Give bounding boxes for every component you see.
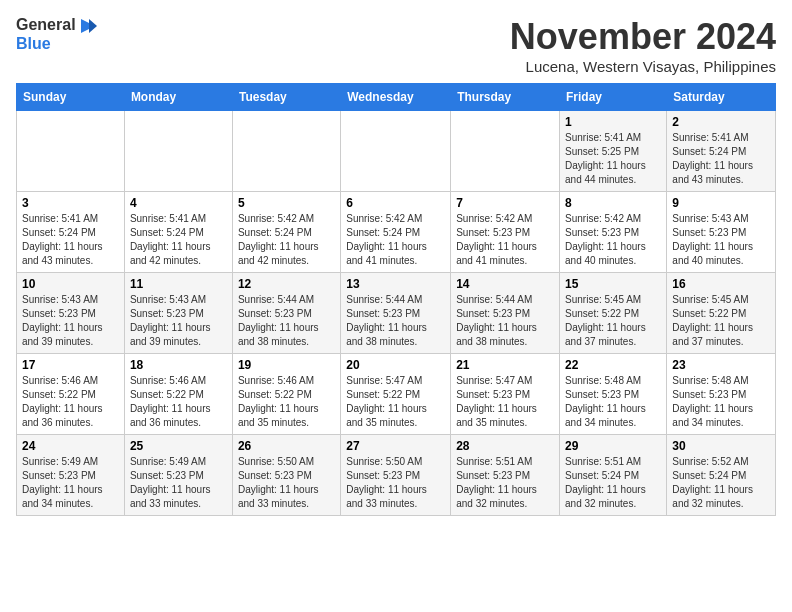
day-number: 3 [22, 196, 119, 210]
calendar-cell: 19Sunrise: 5:46 AM Sunset: 5:22 PM Dayli… [232, 354, 340, 435]
calendar-cell: 22Sunrise: 5:48 AM Sunset: 5:23 PM Dayli… [560, 354, 667, 435]
day-number: 11 [130, 277, 227, 291]
day-info: Sunrise: 5:44 AM Sunset: 5:23 PM Dayligh… [456, 293, 554, 349]
logo: General Blue [16, 16, 97, 52]
calendar-cell: 24Sunrise: 5:49 AM Sunset: 5:23 PM Dayli… [17, 435, 125, 516]
weekday-header-row: SundayMondayTuesdayWednesdayThursdayFrid… [17, 84, 776, 111]
svg-marker-1 [89, 19, 97, 33]
day-info: Sunrise: 5:49 AM Sunset: 5:23 PM Dayligh… [130, 455, 227, 511]
weekday-header: Sunday [17, 84, 125, 111]
calendar-cell: 25Sunrise: 5:49 AM Sunset: 5:23 PM Dayli… [124, 435, 232, 516]
day-number: 2 [672, 115, 770, 129]
calendar-cell: 14Sunrise: 5:44 AM Sunset: 5:23 PM Dayli… [451, 273, 560, 354]
day-number: 27 [346, 439, 445, 453]
calendar-cell: 30Sunrise: 5:52 AM Sunset: 5:24 PM Dayli… [667, 435, 776, 516]
day-info: Sunrise: 5:42 AM Sunset: 5:23 PM Dayligh… [456, 212, 554, 268]
calendar-cell: 6Sunrise: 5:42 AM Sunset: 5:24 PM Daylig… [341, 192, 451, 273]
day-number: 15 [565, 277, 661, 291]
calendar-cell: 4Sunrise: 5:41 AM Sunset: 5:24 PM Daylig… [124, 192, 232, 273]
calendar-cell: 18Sunrise: 5:46 AM Sunset: 5:22 PM Dayli… [124, 354, 232, 435]
header: General Blue November 2024 Lucena, Weste… [16, 16, 776, 75]
day-number: 29 [565, 439, 661, 453]
day-number: 6 [346, 196, 445, 210]
day-info: Sunrise: 5:43 AM Sunset: 5:23 PM Dayligh… [22, 293, 119, 349]
day-info: Sunrise: 5:50 AM Sunset: 5:23 PM Dayligh… [346, 455, 445, 511]
day-info: Sunrise: 5:48 AM Sunset: 5:23 PM Dayligh… [672, 374, 770, 430]
day-number: 24 [22, 439, 119, 453]
weekday-header: Tuesday [232, 84, 340, 111]
weekday-header: Thursday [451, 84, 560, 111]
day-info: Sunrise: 5:41 AM Sunset: 5:24 PM Dayligh… [130, 212, 227, 268]
day-info: Sunrise: 5:47 AM Sunset: 5:23 PM Dayligh… [456, 374, 554, 430]
day-info: Sunrise: 5:50 AM Sunset: 5:23 PM Dayligh… [238, 455, 335, 511]
day-info: Sunrise: 5:46 AM Sunset: 5:22 PM Dayligh… [238, 374, 335, 430]
calendar-cell: 27Sunrise: 5:50 AM Sunset: 5:23 PM Dayli… [341, 435, 451, 516]
calendar-cell: 3Sunrise: 5:41 AM Sunset: 5:24 PM Daylig… [17, 192, 125, 273]
calendar-week-row: 24Sunrise: 5:49 AM Sunset: 5:23 PM Dayli… [17, 435, 776, 516]
calendar-cell: 10Sunrise: 5:43 AM Sunset: 5:23 PM Dayli… [17, 273, 125, 354]
day-info: Sunrise: 5:44 AM Sunset: 5:23 PM Dayligh… [346, 293, 445, 349]
logo-blue: Blue [16, 35, 51, 53]
day-info: Sunrise: 5:41 AM Sunset: 5:24 PM Dayligh… [672, 131, 770, 187]
day-number: 13 [346, 277, 445, 291]
day-info: Sunrise: 5:41 AM Sunset: 5:24 PM Dayligh… [22, 212, 119, 268]
month-title: November 2024 [510, 16, 776, 58]
weekday-header: Saturday [667, 84, 776, 111]
calendar-week-row: 1Sunrise: 5:41 AM Sunset: 5:25 PM Daylig… [17, 111, 776, 192]
day-number: 20 [346, 358, 445, 372]
day-number: 23 [672, 358, 770, 372]
day-number: 25 [130, 439, 227, 453]
day-number: 18 [130, 358, 227, 372]
calendar-cell [451, 111, 560, 192]
calendar-cell: 15Sunrise: 5:45 AM Sunset: 5:22 PM Dayli… [560, 273, 667, 354]
location-title: Lucena, Western Visayas, Philippines [510, 58, 776, 75]
day-info: Sunrise: 5:51 AM Sunset: 5:23 PM Dayligh… [456, 455, 554, 511]
day-info: Sunrise: 5:52 AM Sunset: 5:24 PM Dayligh… [672, 455, 770, 511]
calendar-cell: 17Sunrise: 5:46 AM Sunset: 5:22 PM Dayli… [17, 354, 125, 435]
day-info: Sunrise: 5:42 AM Sunset: 5:23 PM Dayligh… [565, 212, 661, 268]
day-number: 9 [672, 196, 770, 210]
day-number: 16 [672, 277, 770, 291]
day-info: Sunrise: 5:45 AM Sunset: 5:22 PM Dayligh… [565, 293, 661, 349]
calendar-cell: 9Sunrise: 5:43 AM Sunset: 5:23 PM Daylig… [667, 192, 776, 273]
day-info: Sunrise: 5:49 AM Sunset: 5:23 PM Dayligh… [22, 455, 119, 511]
calendar-cell: 11Sunrise: 5:43 AM Sunset: 5:23 PM Dayli… [124, 273, 232, 354]
calendar-cell [341, 111, 451, 192]
day-info: Sunrise: 5:48 AM Sunset: 5:23 PM Dayligh… [565, 374, 661, 430]
day-number: 19 [238, 358, 335, 372]
calendar-cell: 8Sunrise: 5:42 AM Sunset: 5:23 PM Daylig… [560, 192, 667, 273]
day-info: Sunrise: 5:44 AM Sunset: 5:23 PM Dayligh… [238, 293, 335, 349]
calendar-cell: 12Sunrise: 5:44 AM Sunset: 5:23 PM Dayli… [232, 273, 340, 354]
calendar-cell [232, 111, 340, 192]
calendar-week-row: 10Sunrise: 5:43 AM Sunset: 5:23 PM Dayli… [17, 273, 776, 354]
calendar-week-row: 17Sunrise: 5:46 AM Sunset: 5:22 PM Dayli… [17, 354, 776, 435]
logo-general: General [16, 16, 97, 35]
day-info: Sunrise: 5:43 AM Sunset: 5:23 PM Dayligh… [130, 293, 227, 349]
day-info: Sunrise: 5:46 AM Sunset: 5:22 PM Dayligh… [130, 374, 227, 430]
day-info: Sunrise: 5:42 AM Sunset: 5:24 PM Dayligh… [238, 212, 335, 268]
calendar-cell: 1Sunrise: 5:41 AM Sunset: 5:25 PM Daylig… [560, 111, 667, 192]
calendar-cell: 23Sunrise: 5:48 AM Sunset: 5:23 PM Dayli… [667, 354, 776, 435]
day-number: 30 [672, 439, 770, 453]
day-info: Sunrise: 5:46 AM Sunset: 5:22 PM Dayligh… [22, 374, 119, 430]
calendar-cell: 26Sunrise: 5:50 AM Sunset: 5:23 PM Dayli… [232, 435, 340, 516]
calendar-cell: 2Sunrise: 5:41 AM Sunset: 5:24 PM Daylig… [667, 111, 776, 192]
day-number: 4 [130, 196, 227, 210]
calendar-cell: 5Sunrise: 5:42 AM Sunset: 5:24 PM Daylig… [232, 192, 340, 273]
calendar-cell: 7Sunrise: 5:42 AM Sunset: 5:23 PM Daylig… [451, 192, 560, 273]
day-number: 12 [238, 277, 335, 291]
weekday-header: Friday [560, 84, 667, 111]
day-info: Sunrise: 5:41 AM Sunset: 5:25 PM Dayligh… [565, 131, 661, 187]
day-number: 22 [565, 358, 661, 372]
day-number: 8 [565, 196, 661, 210]
day-info: Sunrise: 5:47 AM Sunset: 5:22 PM Dayligh… [346, 374, 445, 430]
day-info: Sunrise: 5:51 AM Sunset: 5:24 PM Dayligh… [565, 455, 661, 511]
day-number: 26 [238, 439, 335, 453]
title-section: November 2024 Lucena, Western Visayas, P… [510, 16, 776, 75]
day-number: 10 [22, 277, 119, 291]
calendar-cell: 21Sunrise: 5:47 AM Sunset: 5:23 PM Dayli… [451, 354, 560, 435]
day-number: 21 [456, 358, 554, 372]
day-info: Sunrise: 5:45 AM Sunset: 5:22 PM Dayligh… [672, 293, 770, 349]
weekday-header: Monday [124, 84, 232, 111]
weekday-header: Wednesday [341, 84, 451, 111]
